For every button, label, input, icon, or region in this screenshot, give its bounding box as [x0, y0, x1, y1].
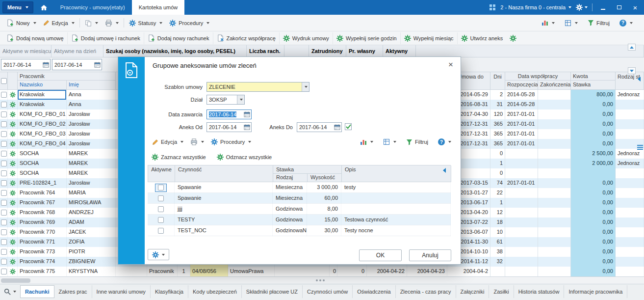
odznacz-wszystkie-button[interactable]: Odznacz wszystkie — [214, 152, 275, 163]
cell-czynnosc[interactable]: Spawanie — [175, 193, 273, 204]
tab-kartoteka-umow[interactable]: Kartoteka umów — [132, 0, 184, 15]
col-szukaj-osoby[interactable]: Szukaj osoby (nazwisko, imię, logo osoby… — [103, 45, 247, 57]
action-button[interactable]: Zakończ współpracę — [213, 32, 279, 44]
cell-imie[interactable]: MARIA — [67, 188, 116, 198]
cell-imie[interactable]: JACEK — [67, 227, 116, 237]
cell-imie[interactable]: KRYSTYNA — [67, 267, 116, 276]
minimize-button[interactable] — [597, 2, 609, 12]
col-aktywne-na-dzien[interactable]: Aktywne na dzień — [52, 45, 103, 57]
bottom-tab[interactable]: Rachunki — [20, 285, 54, 298]
col-zatrudniony[interactable]: Zatrudniony — [309, 45, 346, 57]
cell-nazwisko[interactable]: KOM_FO_FBO_03 — [18, 129, 67, 139]
close-button[interactable]: × — [629, 2, 641, 12]
date-filter-miesiac[interactable]: 2017-06-14 — [1, 59, 51, 70]
activity-row[interactable]: TESTY Godzinowa 15,00 Testowa czynność — [148, 215, 451, 225]
activity-checkbox[interactable] — [158, 217, 164, 223]
calendar-icon[interactable] — [334, 124, 340, 130]
cell-czynnosc[interactable]: jjjj — [175, 204, 273, 215]
cell-nazwisko[interactable]: Krakowiak — [18, 100, 67, 109]
col-aktywny[interactable]: Aktywny — [383, 45, 416, 57]
cell-imie[interactable]: Anna — [67, 100, 116, 109]
col-wysokosc[interactable]: Wysokość — [308, 174, 342, 182]
row-checkbox[interactable] — [1, 131, 7, 137]
zaznacz-wszystkie-button[interactable]: Zaznacz wszystkie — [149, 152, 209, 163]
action-button[interactable]: Dodaj umowę i rachunek — [67, 32, 144, 44]
tab-pracownicy-umowy[interactable]: Pracownicy - umowy(etaty) — [53, 0, 132, 15]
cell-nazwisko[interactable]: Pracownik 775 — [18, 267, 67, 276]
cell-imie[interactable]: MAREK — [67, 149, 116, 159]
row-checkbox[interactable] — [1, 161, 7, 166]
col-aktywne[interactable]: Aktywne — [148, 165, 175, 182]
bottom-tab[interactable]: Zakres prac — [54, 285, 92, 298]
activity-row[interactable]: TEST_NOC GodzinowaN 30,00 Testy nocne — [148, 225, 451, 236]
dialog-table-button[interactable] — [380, 136, 400, 148]
cell-nazwisko[interactable]: Pracownik 767 — [18, 198, 67, 208]
row-checkbox[interactable] — [1, 121, 7, 127]
print-button[interactable] — [102, 17, 122, 29]
collapse-columns-icon[interactable] — [443, 168, 446, 173]
cell-imie[interactable]: MIROSŁAWA — [67, 198, 116, 208]
activity-row[interactable]: jjjj Godzinowa 8,00 — [148, 204, 451, 215]
dialog-edycja-button[interactable]: Edycja — [149, 136, 187, 148]
cell-nazwisko[interactable]: Pracownik 773 — [18, 247, 67, 257]
help-button[interactable]: ? — [616, 17, 636, 29]
cell-imie[interactable]: Jarosław — [67, 119, 116, 129]
row-checkbox[interactable] — [1, 111, 7, 117]
row-checkbox[interactable] — [1, 249, 7, 255]
row-checkbox[interactable] — [1, 210, 7, 216]
action-button[interactable]: Wydruk umowy — [279, 32, 333, 44]
dialog-close-button[interactable]: × — [446, 60, 456, 70]
table-row[interactable]: Pracownik 775 KRYSTYNA Pracownik 1 04/08… — [0, 267, 644, 276]
dialog-filtruj-button[interactable]: Filtruj — [403, 136, 432, 148]
menu-button[interactable]: Menu — [2, 1, 33, 13]
activity-row[interactable]: Spawanie Miesieczna 60,00 — [148, 193, 451, 204]
cell-nazwisko[interactable]: KOM_FO_FBO_04 — [18, 139, 67, 149]
dzial-dropdown[interactable]: 3OKSP — [206, 95, 245, 105]
apps-grid-icon[interactable] — [489, 4, 496, 11]
cell-nazwisko[interactable]: SOCHA — [18, 159, 67, 168]
row-checkbox[interactable] — [1, 219, 7, 225]
table-view-button[interactable] — [561, 17, 581, 29]
cell-nazwisko[interactable]: Pracownik 774 — [18, 257, 67, 267]
aneks-do-input[interactable]: 2017-06-14 — [297, 122, 342, 132]
calendar-icon[interactable] — [244, 111, 250, 117]
row-checkbox[interactable] — [1, 180, 7, 186]
cell-imie[interactable]: Jarosław — [67, 178, 116, 188]
dialog-print-button[interactable] — [187, 136, 207, 148]
col-zakonczenia[interactable]: Zakończenia — [538, 81, 571, 89]
row-checkbox[interactable] — [1, 92, 7, 98]
col-rodzaj[interactable]: Rodzaj — [273, 174, 308, 182]
col-czynnosc[interactable]: Czynność — [175, 165, 273, 182]
col-nazwisko[interactable]: Nazwisko — [18, 81, 67, 89]
splitter-grip[interactable] — [316, 279, 325, 281]
col-aktywne-w-miesiacu[interactable]: Aktywne w miesiącu — [0, 45, 52, 57]
cell-nazwisko[interactable]: Krakowiak — [18, 90, 67, 100]
cell-imie[interactable]: ZBIGNIEW — [67, 257, 116, 267]
calendar-icon[interactable] — [43, 62, 49, 68]
date-filter-dzien[interactable]: 2017-06-14 — [52, 59, 102, 70]
ok-button[interactable]: OK — [359, 249, 402, 261]
cell-imie[interactable]: ANDRZEJ — [67, 208, 116, 218]
bottom-tab[interactable]: Klasyfikacja — [151, 285, 188, 298]
procedury-button[interactable]: Procedury — [166, 17, 213, 29]
activity-row[interactable]: Spawanie Miesieczna 3 000,00 testy — [148, 182, 451, 193]
activity-checkbox[interactable] — [158, 228, 164, 234]
cell-nazwisko[interactable]: Pracownik 768 — [18, 208, 67, 218]
statusy-button[interactable]: Statusy — [126, 17, 166, 29]
bottom-tab[interactable]: Historia statusów — [514, 285, 565, 298]
activity-checkbox[interactable] — [158, 185, 164, 191]
chart-view-button[interactable] — [538, 17, 558, 29]
row-checkbox[interactable] — [1, 102, 7, 108]
row-checkbox[interactable] — [1, 239, 7, 245]
bottom-tab[interactable]: Zasiłki — [489, 285, 514, 298]
bottom-tab[interactable]: Zlecenia - czas pracy — [396, 285, 456, 298]
expand-filter-button[interactable] — [628, 67, 636, 74]
row-checkbox[interactable] — [1, 190, 7, 196]
col-pr-wlasny[interactable]: Pr. własny — [346, 45, 383, 57]
nowy-button[interactable]: Nowy — [3, 17, 40, 29]
cell-czynnosc[interactable]: Spawanie — [175, 182, 273, 193]
row-checkbox[interactable] — [1, 151, 7, 157]
action-button[interactable]: Wypełnij serie godzin — [333, 32, 400, 44]
cell-imie[interactable]: Jarosław — [67, 129, 116, 139]
edycja-button[interactable]: Edycja — [40, 17, 78, 29]
